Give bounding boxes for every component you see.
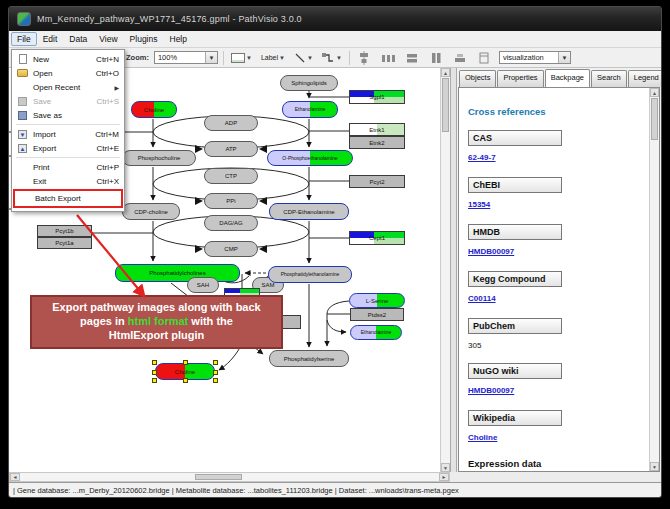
pathway-node-cdp-choline[interactable]: CDP-choline bbox=[122, 203, 180, 220]
pathway-node-etnk1[interactable]: Etnk1 bbox=[349, 123, 405, 136]
tab-objects[interactable]: Objects bbox=[459, 70, 496, 87]
gene-product-icon bbox=[231, 53, 245, 63]
pathway-node-sphingolipids[interactable]: Sphingolipids bbox=[280, 75, 338, 91]
stack-columns-button[interactable] bbox=[427, 49, 446, 66]
connector-tool[interactable]: ▼ bbox=[320, 49, 344, 66]
pathway-node[interactable] bbox=[281, 315, 301, 329]
node-label: CDP-choline bbox=[134, 209, 168, 215]
canvas-vertical-scrollbar[interactable]: ▲ ▼ bbox=[440, 68, 450, 472]
panel-vscroll-thumb[interactable] bbox=[651, 98, 658, 140]
visualization-combobox[interactable]: visualization ▼ bbox=[499, 51, 571, 64]
pathway-node-l-serine[interactable]: L-Serine bbox=[349, 293, 405, 308]
menu-file[interactable]: File bbox=[11, 32, 37, 46]
menu-view[interactable]: View bbox=[93, 32, 123, 46]
pathway-node-ctp[interactable]: CTP bbox=[204, 168, 258, 184]
xref-link[interactable]: 15354 bbox=[468, 200, 490, 209]
xref-link[interactable]: Choline bbox=[468, 433, 497, 442]
file-menu-item-new[interactable]: NewCtrl+N bbox=[13, 52, 123, 66]
pathway-node-dag-ag[interactable]: DAG/AG bbox=[204, 215, 258, 231]
file-menu-item-import[interactable]: ▼ImportCtrl+M bbox=[13, 127, 123, 141]
pathway-node-etnk2[interactable]: Etnk2 bbox=[349, 136, 405, 149]
pathway-node-o-phosphoethanolamine[interactable]: O-Phosphoethanolamine bbox=[267, 150, 353, 166]
distribute-horizontal-button[interactable] bbox=[379, 49, 398, 66]
menu-item-shortcut: Ctrl+X bbox=[97, 177, 119, 186]
align-center-button[interactable] bbox=[355, 49, 374, 66]
gene-product-tool[interactable]: ▼ bbox=[229, 49, 254, 66]
pathway-node-cdp-ethanolamine[interactable]: CDP-Ethanolamine bbox=[269, 203, 349, 220]
panel-vertical-scrollbar[interactable]: ▲ ▼ bbox=[649, 88, 659, 471]
node-label: Choline bbox=[175, 369, 195, 375]
selection-handle[interactable] bbox=[152, 360, 157, 365]
line-tool[interactable]: ▼ bbox=[292, 49, 315, 66]
selection-handle[interactable] bbox=[152, 370, 157, 375]
menu-data[interactable]: Data bbox=[63, 32, 93, 46]
scroll-left-icon[interactable]: ◄ bbox=[10, 473, 20, 481]
file-menu-item-print[interactable]: PrintCtrl+P bbox=[13, 160, 123, 174]
selection-handle[interactable] bbox=[213, 370, 218, 375]
menu-item-shortcut: Ctrl+S bbox=[97, 97, 119, 106]
pathway-node-pcyt1b[interactable]: Pcyt1b bbox=[37, 225, 92, 237]
pathway-node-adp[interactable]: ADP bbox=[204, 115, 258, 131]
file-menu-item-batch-export[interactable]: Batch Export bbox=[13, 189, 123, 208]
page-setup-button[interactable] bbox=[475, 49, 494, 66]
common-size-button[interactable] bbox=[451, 49, 470, 66]
tab-properties[interactable]: Properties bbox=[497, 70, 543, 87]
menu-help[interactable]: Help bbox=[164, 32, 193, 46]
menu-separator bbox=[16, 124, 120, 125]
xref-link[interactable]: HMDB00097 bbox=[468, 247, 514, 256]
title-bar[interactable]: Mm_Kennedy_pathway_WP1771_45176.gpml - P… bbox=[9, 7, 661, 31]
chevron-down-icon: ▼ bbox=[307, 55, 313, 61]
selection-handle[interactable] bbox=[183, 360, 188, 365]
zoom-combobox[interactable]: 100% ▼ bbox=[154, 51, 218, 64]
pathway-node-sgpl1[interactable]: Sgpl1 bbox=[349, 90, 405, 104]
file-menu-item-export[interactable]: ▲ExportCtrl+E bbox=[13, 141, 123, 155]
selection-handle[interactable] bbox=[152, 378, 157, 383]
scroll-up-icon[interactable]: ▲ bbox=[441, 68, 450, 77]
pathway-node-ppi[interactable]: PPi bbox=[204, 193, 258, 209]
pathway-node-choline[interactable]: Choline bbox=[131, 101, 177, 118]
pathway-node-sah[interactable]: SAH bbox=[187, 277, 219, 293]
scroll-right-icon[interactable]: ► bbox=[439, 473, 449, 481]
selection-handle[interactable] bbox=[213, 378, 218, 383]
node-label: CDP-Ethanolamine bbox=[283, 209, 334, 215]
file-menu-item-save[interactable]: SaveCtrl+S bbox=[13, 94, 123, 108]
pathway-node-pcyt2[interactable]: Pcyt2 bbox=[349, 175, 405, 188]
canvas-vscroll-thumb[interactable] bbox=[442, 78, 449, 132]
canvas-hscroll-thumb[interactable] bbox=[195, 474, 242, 480]
tab-search[interactable]: Search bbox=[591, 70, 627, 87]
tab-legend[interactable]: Legend bbox=[628, 70, 662, 87]
pathway-node-ethanolamine[interactable]: Ethanolamine bbox=[350, 325, 402, 340]
scroll-down-icon[interactable]: ▼ bbox=[650, 462, 659, 471]
menu-plugins[interactable]: Plugins bbox=[124, 32, 164, 46]
file-menu-item-exit[interactable]: ExitCtrl+X bbox=[13, 174, 123, 188]
pathway-node-phosphocholine[interactable]: Phosphocholine bbox=[122, 150, 196, 166]
canvas-horizontal-scrollbar[interactable]: ◄ ► bbox=[9, 472, 450, 482]
pathway-node-phosphatidylethanolamine[interactable]: Phosphatidylethanolamine bbox=[268, 266, 352, 283]
stack-rows-button[interactable] bbox=[403, 49, 422, 66]
scroll-down-icon[interactable]: ▼ bbox=[441, 463, 450, 472]
pathway-node-phosphatidylserine[interactable]: Phosphatidylserine bbox=[269, 350, 349, 367]
pathway-node-pcyt1a[interactable]: Pcyt1a bbox=[37, 237, 92, 249]
xref-link[interactable]: 62-49-7 bbox=[468, 153, 496, 162]
pathway-node-ethanolamine[interactable]: Ethanolamine bbox=[282, 101, 338, 118]
selection-handle[interactable] bbox=[183, 378, 188, 383]
pathway-node-cmp[interactable]: CMP bbox=[204, 241, 258, 257]
selection-handle[interactable] bbox=[213, 360, 218, 365]
panel-splitter[interactable] bbox=[450, 68, 457, 472]
file-menu-item-open-recent[interactable]: Open Recent▶ bbox=[13, 80, 123, 94]
pathway-node-ptdss2[interactable]: Ptdss2 bbox=[350, 308, 404, 321]
menu-edit[interactable]: Edit bbox=[37, 32, 64, 46]
pathway-node-phosphatidylcholines[interactable]: Phosphatidylcholines bbox=[115, 264, 240, 282]
scroll-up-icon[interactable]: ▲ bbox=[650, 88, 659, 97]
tab-backpage[interactable]: Backpage bbox=[545, 69, 590, 87]
pathway-node-atp[interactable]: ATP bbox=[204, 141, 258, 157]
xref-link[interactable]: HMDB00097 bbox=[468, 386, 514, 395]
file-menu-item-save-as[interactable]: Save as bbox=[13, 108, 123, 122]
zoom-dropdown-icon[interactable]: ▼ bbox=[205, 52, 217, 63]
menu-item-label: Exit bbox=[33, 177, 93, 186]
visualization-dropdown-icon[interactable]: ▼ bbox=[558, 52, 570, 63]
file-menu-item-open[interactable]: OpenCtrl+O bbox=[13, 66, 123, 80]
label-tool[interactable]: Label ▼ bbox=[259, 49, 287, 66]
pathway-node-cept1[interactable]: Cept1 bbox=[349, 231, 405, 245]
xref-link[interactable]: C00114 bbox=[468, 294, 496, 303]
